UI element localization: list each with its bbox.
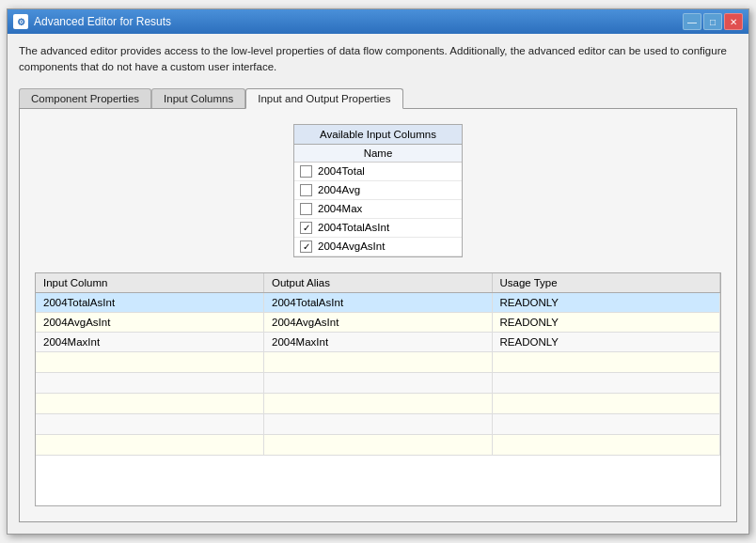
table-row-empty	[36, 413, 720, 434]
column-name: 2004AvgAsInt	[318, 240, 385, 252]
table-cell-input-column: 2004TotalAsInt	[36, 292, 264, 312]
table-cell-empty	[264, 434, 493, 455]
tab-input-columns[interactable]: Input Columns	[151, 88, 245, 109]
table-cell-empty	[264, 413, 493, 434]
table-row-empty	[36, 351, 720, 372]
main-window: ⚙ Advanced Editor for Resuts — □ ✕ The a…	[7, 8, 749, 535]
column-checkbox[interactable]: ✓	[300, 240, 312, 253]
table-cell-output-alias: 2004AvgAsInt	[264, 312, 493, 332]
col-item[interactable]: ✓2004TotalAsInt	[294, 219, 462, 238]
col-item[interactable]: 2004Avg	[294, 181, 462, 200]
table-row-empty	[36, 393, 720, 413]
column-checkbox[interactable]	[300, 203, 312, 215]
table-cell-empty	[264, 351, 493, 372]
tab-content: Available Input Columns Name 2004Total20…	[19, 108, 737, 523]
tabs-bar: Component Properties Input Columns Input…	[19, 87, 737, 108]
table-cell-empty	[264, 393, 493, 413]
data-table: Input Column Output Alias Usage Type 200…	[36, 273, 720, 456]
window-icon: ⚙	[13, 14, 28, 29]
col-item[interactable]: 2004Total	[294, 163, 462, 181]
column-checkbox[interactable]	[300, 165, 312, 178]
table-cell-input-column: 2004MaxInt	[36, 332, 264, 351]
column-name: 2004Max	[318, 203, 362, 214]
window-title: Advanced Editor for Resuts	[34, 15, 171, 28]
table-cell-empty	[36, 372, 264, 393]
available-input-title: Available Input Columns	[294, 125, 462, 145]
table-cell-empty	[492, 393, 720, 413]
col-name-header: Name	[294, 145, 462, 163]
table-cell-usage-type: READONLY	[492, 312, 720, 332]
description-text: The advanced editor provides access to t…	[19, 43, 737, 76]
table-cell-empty	[492, 372, 720, 393]
table-header-row: Input Column Output Alias Usage Type	[36, 273, 720, 293]
column-name: 2004TotalAsInt	[318, 222, 389, 233]
table-cell-empty	[492, 413, 720, 434]
col-header-output-alias: Output Alias	[264, 273, 493, 293]
table-row[interactable]: 2004MaxInt2004MaxIntREADONLY	[36, 332, 720, 351]
window-body: The advanced editor provides access to t…	[8, 34, 748, 534]
minimize-button[interactable]: —	[683, 13, 701, 30]
table-cell-usage-type: READONLY	[492, 292, 720, 312]
table-cell-empty	[264, 372, 493, 393]
table-row-empty	[36, 434, 720, 455]
table-cell-output-alias: 2004TotalAsInt	[264, 292, 493, 312]
table-cell-usage-type: READONLY	[492, 332, 720, 351]
maximize-button[interactable]: □	[703, 13, 722, 30]
table-cell-input-column: 2004AvgAsInt	[36, 312, 264, 332]
column-checkbox[interactable]: ✓	[300, 222, 312, 234]
close-button[interactable]: ✕	[724, 13, 743, 30]
available-input-columns-container: Name 2004Total2004Avg2004Max✓2004TotalAs…	[294, 145, 462, 256]
table-cell-empty	[36, 434, 264, 455]
tab-component-properties[interactable]: Component Properties	[19, 88, 151, 109]
title-controls: — □ ✕	[683, 13, 743, 30]
col-header-input-column: Input Column	[36, 273, 264, 293]
table-cell-empty	[36, 413, 264, 434]
available-input-section: Available Input Columns Name 2004Total20…	[35, 124, 721, 257]
title-bar: ⚙ Advanced Editor for Resuts — □ ✕	[8, 9, 748, 34]
col-item[interactable]: 2004Max	[294, 200, 462, 219]
table-cell-empty	[36, 351, 264, 372]
table-row[interactable]: 2004TotalAsInt2004TotalAsIntREADONLY	[36, 292, 720, 312]
table-row-empty	[36, 372, 720, 393]
columns-list[interactable]: Name 2004Total2004Avg2004Max✓2004TotalAs…	[294, 145, 462, 256]
table-cell-empty	[492, 351, 720, 372]
data-table-section: Input Column Output Alias Usage Type 200…	[35, 272, 721, 507]
available-input-box: Available Input Columns Name 2004Total20…	[293, 124, 463, 257]
col-item[interactable]: ✓2004AvgAsInt	[294, 238, 462, 256]
tab-input-output-properties[interactable]: Input and Output Properties	[245, 88, 402, 109]
column-name: 2004Total	[318, 165, 365, 177]
table-cell-empty	[36, 393, 264, 413]
table-row[interactable]: 2004AvgAsInt2004AvgAsIntREADONLY	[36, 312, 720, 332]
column-name: 2004Avg	[318, 184, 360, 195]
title-bar-left: ⚙ Advanced Editor for Resuts	[13, 14, 171, 29]
table-cell-output-alias: 2004MaxInt	[264, 332, 493, 351]
table-cell-empty	[492, 434, 720, 455]
column-checkbox[interactable]	[300, 184, 312, 196]
col-header-usage-type: Usage Type	[492, 273, 720, 293]
